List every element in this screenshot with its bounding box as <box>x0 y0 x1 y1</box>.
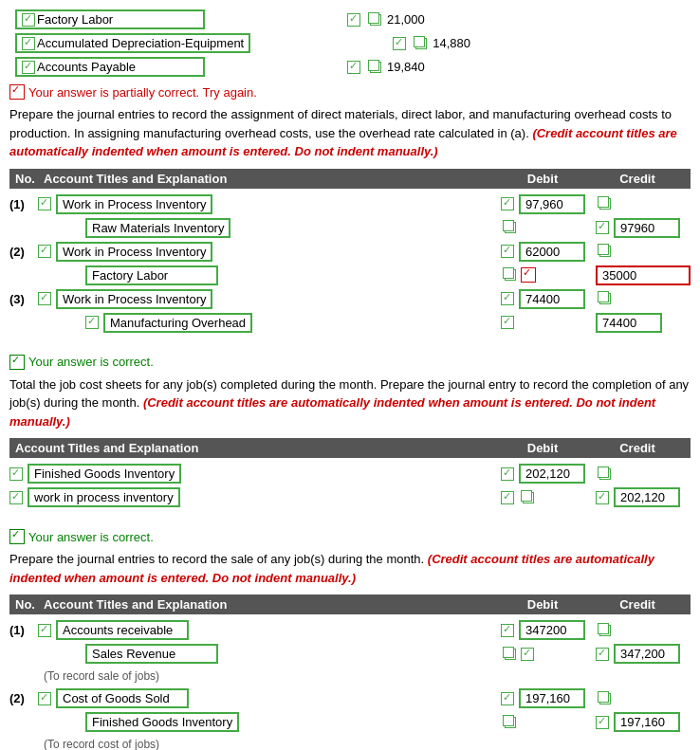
table3-credit-header: Credit <box>590 597 685 612</box>
t2b-credit-check[interactable] <box>596 491 609 504</box>
t3e2-no: (2) <box>9 691 38 705</box>
entry-2-row-b: Factory Labor <box>9 264 691 287</box>
t2b-acct: work in process inventory <box>9 487 501 507</box>
t3e1a-check[interactable] <box>38 624 51 637</box>
e3a-debit-check[interactable] <box>501 292 514 305</box>
t2b-debit-check[interactable] <box>501 491 514 504</box>
t2b-debit-copy[interactable] <box>521 490 536 505</box>
e1b-label: Raw Materials Inventory <box>85 218 230 238</box>
t3e2a-copy[interactable] <box>598 691 613 706</box>
entry-1-debit-a: 97,960 <box>501 194 596 214</box>
t3e1-no: (1) <box>9 623 38 637</box>
e3b-debit-check[interactable] <box>501 316 514 329</box>
table3-header: No. Account Titles and Explanation Debit… <box>9 595 691 614</box>
t3-entry-1: (1) Accounts receivable 347200 Sales Rev… <box>9 618 691 686</box>
correct-answer-banner-2: Your answer is correct. <box>9 529 691 544</box>
t2b-check[interactable] <box>9 491 23 504</box>
entry-2-debit-a: 62000 <box>501 242 596 262</box>
t3e2-note: (To record cost of jobs) <box>9 734 691 750</box>
ap-amount-check[interactable] <box>347 61 360 74</box>
correct-answer-banner-1: Your answer is correct. <box>9 355 691 370</box>
e3b-label: Manufacturing Overhead <box>103 313 252 333</box>
instructions-3-normal: Prepare the journal entries to record th… <box>9 552 428 566</box>
t3e1a-debit-field[interactable]: 347200 <box>519 620 585 640</box>
ad-copy-icon[interactable] <box>414 36 429 51</box>
t2b-credit-field[interactable]: 202,120 <box>614 487 680 507</box>
accum-dep-check[interactable] <box>22 37 35 50</box>
entry-2-acct-a: Work in Process Inventory <box>38 242 501 262</box>
t3e1b-copy[interactable] <box>503 647 518 662</box>
t3e1-debit-b <box>501 647 596 662</box>
instructions-1: Prepare the journal entries to record th… <box>9 105 691 161</box>
factory-labor-amount: 21,000 <box>347 12 425 27</box>
t3e2a-debit-check[interactable] <box>501 692 514 705</box>
e3b-check[interactable] <box>85 316 99 329</box>
ad-amount-check[interactable] <box>393 37 406 50</box>
ap-copy-icon[interactable] <box>368 60 383 75</box>
correct-answer-text-1: Your answer is correct. <box>28 355 154 369</box>
t2-entry-a: Finished Goods Inventory 202,120 <box>9 462 691 485</box>
e2b-credit-input[interactable] <box>596 265 691 285</box>
e3a-check[interactable] <box>38 292 51 305</box>
entry-2: (2) Work in Process Inventory 62000 Fact… <box>9 240 691 287</box>
t3e2a-debit-field[interactable]: 197,160 <box>519 688 585 708</box>
entry-3-no: (3) <box>9 292 38 306</box>
e3a-credit-copy[interactable] <box>598 291 613 306</box>
ap-check[interactable] <box>22 61 35 74</box>
table3-acct-header: Account Titles and Explanation <box>44 597 495 612</box>
e1a-debit-check[interactable] <box>501 197 514 210</box>
e2a-check[interactable] <box>38 245 51 258</box>
t3e2-credit-a <box>596 691 691 706</box>
table2-entries: Finished Goods Inventory 202,120 work in… <box>9 462 691 509</box>
e3a-label: Work in Process Inventory <box>56 289 212 309</box>
t2-entry-b: work in process inventory 202,120 <box>9 485 691 509</box>
t3e1a-copy[interactable] <box>598 623 613 638</box>
e1b-credit-field[interactable]: 97960 <box>614 218 680 238</box>
t3e2b-credit-check[interactable] <box>596 716 609 729</box>
entry-1-no: (1) <box>9 197 38 211</box>
t3e2-row-a: (2) Cost of Goods Sold 197,160 <box>9 686 691 710</box>
t3e1-row-a: (1) Accounts receivable 347200 <box>9 618 691 642</box>
e2a-credit-copy[interactable] <box>598 244 613 259</box>
e3b-credit-field[interactable]: 74400 <box>596 313 662 333</box>
t3e2b-copy[interactable] <box>503 715 518 730</box>
t2a-check[interactable] <box>9 467 23 481</box>
e1b-debit-copy[interactable] <box>503 220 518 235</box>
entry-2-acct-b: Factory Labor <box>85 265 501 285</box>
e2b-debit-copy[interactable] <box>503 267 518 283</box>
e1a-check[interactable] <box>38 197 51 210</box>
factory-labor-check[interactable] <box>22 13 35 27</box>
fl-copy-icon[interactable] <box>368 12 383 27</box>
t3e1b-debit-check[interactable] <box>521 648 534 661</box>
fl-amount-check[interactable] <box>347 13 360 27</box>
e2a-debit-check[interactable] <box>501 245 514 258</box>
table1-acct-header: Account Titles and Explanation <box>44 172 495 186</box>
e1a-debit-field[interactable]: 97,960 <box>519 194 585 214</box>
t3e2-credit-b: 197,160 <box>596 712 691 732</box>
t2a-debit-check[interactable] <box>501 467 514 481</box>
t3e2b-credit-field[interactable]: 197,160 <box>614 712 680 732</box>
table3-debit-header: Debit <box>495 597 590 612</box>
t3e1b-credit-check[interactable] <box>596 648 609 661</box>
accum-dep-label: Accumulated Depreciation-Equipment <box>15 33 250 53</box>
entry-3-row-a: (3) Work in Process Inventory 74400 <box>9 287 691 311</box>
t3e1a-debit-check[interactable] <box>501 624 514 637</box>
e2a-debit-field[interactable]: 62000 <box>519 242 585 262</box>
t2a-copy[interactable] <box>598 466 613 482</box>
t2a-label: Finished Goods Inventory <box>28 464 181 484</box>
table1-no-header: No. <box>15 172 44 186</box>
e1b-credit-check[interactable] <box>596 221 609 234</box>
entry-1-acct-a: Work in Process Inventory <box>38 194 501 214</box>
t3e2a-check[interactable] <box>38 692 51 705</box>
t3e1b-credit-field[interactable]: 347,200 <box>614 644 680 664</box>
t3e1-acct-a: Accounts receivable <box>38 620 501 640</box>
entry-2-credit-b <box>596 265 691 285</box>
t2a-debit-field[interactable]: 202,120 <box>519 464 585 484</box>
t3e2a-label: Cost of Goods Sold <box>56 688 189 708</box>
entry-1-row-b: Raw Materials Inventory 97960 <box>9 216 691 240</box>
e1a-credit-copy[interactable] <box>598 196 613 211</box>
t2b-label: work in process inventory <box>28 487 180 507</box>
entry-3-credit-a <box>596 291 691 306</box>
e3a-debit-field[interactable]: 74400 <box>519 289 585 309</box>
factory-labor-label: Factory Labor <box>15 9 205 29</box>
